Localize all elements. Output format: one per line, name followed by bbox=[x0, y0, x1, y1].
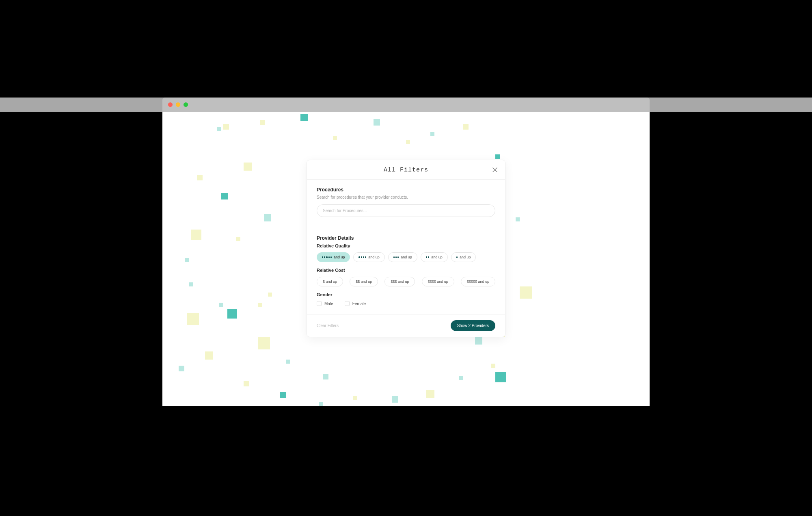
modal-footer: Clear Filters Show 2 Providers bbox=[307, 314, 505, 337]
window-close-icon[interactable] bbox=[168, 102, 173, 107]
window-maximize-icon[interactable] bbox=[184, 102, 188, 107]
quality-dots-icon bbox=[322, 256, 332, 258]
quality-chip-label: and up bbox=[368, 255, 380, 259]
provider-details-heading: Provider Details bbox=[317, 235, 495, 241]
cost-chip-3[interactable]: $$$ and up bbox=[384, 277, 415, 286]
quality-chip-5[interactable]: and up bbox=[317, 252, 350, 262]
filters-modal: All Filters Procedures Search for proced… bbox=[307, 160, 505, 337]
procedures-search-input[interactable] bbox=[317, 204, 495, 217]
close-button[interactable] bbox=[492, 167, 498, 173]
quality-chip-1[interactable]: and up bbox=[451, 252, 476, 262]
quality-chip-label: and up bbox=[401, 255, 412, 259]
quality-chip-4[interactable]: and up bbox=[353, 252, 384, 262]
gender-checkbox-male[interactable]: Male bbox=[317, 301, 333, 306]
section-divider bbox=[307, 226, 505, 226]
checkbox-label: Female bbox=[352, 301, 366, 306]
cost-chip-4[interactable]: $$$$ and up bbox=[422, 277, 454, 286]
relative-quality-row: and upand upand upand upand up bbox=[317, 252, 495, 262]
procedures-description: Search for procedures that your provider… bbox=[317, 195, 495, 199]
gender-checkbox-female[interactable]: Female bbox=[345, 301, 366, 306]
relative-cost-row: $ and up$$ and up$$$ and up$$$$ and up$$… bbox=[317, 277, 495, 286]
gender-row: MaleFemale bbox=[317, 301, 495, 306]
procedures-heading: Procedures bbox=[317, 187, 495, 193]
quality-dots-icon bbox=[426, 256, 429, 258]
quality-chip-label: and up bbox=[460, 255, 471, 259]
quality-dots-icon bbox=[358, 256, 366, 258]
cost-chip-2[interactable]: $$ and up bbox=[350, 277, 378, 286]
quality-chip-label: and up bbox=[431, 255, 443, 259]
quality-chip-label: and up bbox=[334, 255, 345, 259]
show-providers-button[interactable]: Show 2 Providers bbox=[451, 320, 495, 331]
cost-chip-5[interactable]: $$$$$ and up bbox=[461, 277, 495, 286]
relative-quality-label: Relative Quality bbox=[317, 243, 495, 248]
checkbox-icon bbox=[317, 301, 322, 306]
cost-chip-1[interactable]: $ and up bbox=[317, 277, 343, 286]
modal-title: All Filters bbox=[307, 167, 505, 173]
window-minimize-icon[interactable] bbox=[176, 102, 180, 107]
quality-dots-icon bbox=[393, 256, 399, 258]
quality-chip-2[interactable]: and up bbox=[421, 252, 448, 262]
modal-header: All Filters bbox=[307, 160, 505, 180]
clear-filters-button[interactable]: Clear Filters bbox=[317, 323, 339, 328]
checkbox-icon bbox=[345, 301, 350, 306]
quality-chip-3[interactable]: and up bbox=[388, 252, 417, 262]
relative-cost-label: Relative Cost bbox=[317, 268, 495, 273]
gender-label: Gender bbox=[317, 292, 495, 297]
browser-titlebar bbox=[162, 98, 650, 112]
quality-dots-icon bbox=[456, 256, 458, 258]
page-content: All Filters Procedures Search for proced… bbox=[162, 112, 650, 406]
close-icon bbox=[492, 167, 497, 172]
checkbox-label: Male bbox=[324, 301, 333, 306]
